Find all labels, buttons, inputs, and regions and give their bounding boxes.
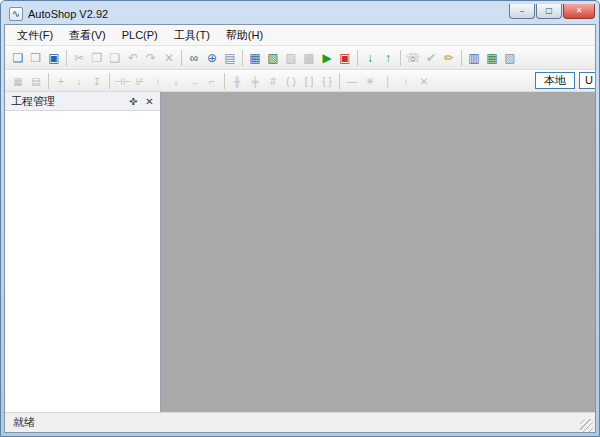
toolbar-separator (357, 50, 358, 66)
app-icon: ∿ (9, 7, 23, 21)
workspace (161, 92, 595, 412)
save-icon[interactable]: ▣ (45, 49, 63, 67)
main-toolbar: ❏❒▣✂❐❑↶↷✕∞⊕▤▦▧▨▩▶▣↓↑☏✔✏▥▦▧ (5, 46, 595, 70)
toolbar-separator (181, 50, 182, 66)
usb-mode-button[interactable]: U (579, 72, 595, 89)
open-contact-icon: ⊣⊢ (113, 72, 131, 90)
project-panel-title: 工程管理 (11, 94, 55, 109)
func-block-icon: { } (318, 72, 336, 90)
new-file-icon[interactable]: ❏ (9, 49, 27, 67)
corner-line-icon: ⌐ (203, 72, 221, 90)
stop-monitor-icon[interactable]: ▣ (336, 49, 354, 67)
status-bar: 就绪 (5, 412, 595, 432)
content-area: 工程管理 ✜ ✕ (5, 92, 595, 412)
toolbar-separator (48, 73, 49, 89)
insert-row-icon: + (52, 72, 70, 90)
toolbar-separator (339, 73, 340, 89)
title-bar[interactable]: ∿ AutoShop V2.92 – ▢ ✕ (1, 1, 599, 23)
minimize-button[interactable]: – (509, 4, 535, 19)
zoom-icon[interactable]: ⊕ (203, 49, 221, 67)
comm-settings-icon[interactable]: ☏ (404, 49, 422, 67)
menu-plc[interactable]: PLC(P) (114, 26, 166, 44)
find-icon[interactable]: ∞ (185, 49, 203, 67)
options-icon[interactable]: ▧ (501, 49, 519, 67)
horizontal-line-icon: → (185, 72, 203, 90)
window-title: AutoShop V2.92 (28, 8, 108, 20)
maximize-button[interactable]: ▢ (536, 4, 562, 19)
hline-tool-icon: — (343, 72, 361, 90)
client-area: 文件(F)查看(V)PLC(P)工具(T)帮助(H) ❏❒▣✂❐❑↶↷✕∞⊕▤▦… (4, 24, 596, 433)
project-panel: 工程管理 ✜ ✕ (5, 92, 161, 412)
run-icon[interactable]: ▶ (318, 49, 336, 67)
paste-icon: ❑ (106, 49, 124, 67)
ladder-tools: ▦▤+↓↧⊣⊢⊬↑↓→⌐╫╪#( )[ ]{ }—✳│↑✕ (9, 72, 433, 90)
il-view-icon: ▤ (27, 72, 45, 90)
parallel-closed-icon: ╪ (246, 72, 264, 90)
toolbar-separator (224, 73, 225, 89)
panel-close-icon[interactable]: ✕ (143, 95, 156, 108)
append-row-icon: ↓ (70, 72, 88, 90)
copy-icon: ❐ (88, 49, 106, 67)
ladder-view-icon: ▦ (9, 72, 27, 90)
vline-tool-icon: │ (379, 72, 397, 90)
pin-icon[interactable]: ✜ (127, 95, 140, 108)
toolbar-separator (400, 50, 401, 66)
status-text: 就绪 (13, 415, 35, 430)
delete-branch-icon: ✕ (415, 72, 433, 90)
toolbar-separator (242, 50, 243, 66)
up-branch-icon: ↑ (397, 72, 415, 90)
rising-edge-icon: ↑ (149, 72, 167, 90)
app-window: ∿ AutoShop V2.92 – ▢ ✕ 文件(F)查看(V)PLC(P)工… (0, 0, 600, 437)
watch-window-icon: ▩ (300, 49, 318, 67)
toolbar-separator (461, 50, 462, 66)
local-mode-button[interactable]: 本地 (535, 72, 575, 89)
open-folder-icon[interactable]: ❒ (27, 49, 45, 67)
falling-edge-icon: ↓ (167, 72, 185, 90)
convert-icon: ✳ (361, 72, 379, 90)
toolbar-separator (109, 73, 110, 89)
menu-file[interactable]: 文件(F) (9, 25, 61, 46)
redo-icon: ↷ (142, 49, 160, 67)
resize-grip[interactable] (580, 419, 593, 432)
device-monitor-icon[interactable]: ▥ (465, 49, 483, 67)
parallel-open-icon: ╫ (228, 72, 246, 90)
delete-icon: ✕ (160, 49, 178, 67)
undo-icon: ↶ (124, 49, 142, 67)
menu-tools[interactable]: 工具(T) (166, 25, 218, 46)
window-cascade-icon[interactable]: ▦ (246, 49, 264, 67)
close-button[interactable]: ✕ (563, 4, 595, 19)
window-controls: – ▢ ✕ (508, 4, 595, 19)
cut-icon: ✂ (70, 49, 88, 67)
apply-block-icon: [ ] (300, 72, 318, 90)
project-panel-header: 工程管理 ✜ ✕ (5, 92, 160, 111)
network-grid-icon: # (264, 72, 282, 90)
project-tree[interactable] (5, 111, 160, 412)
instruction-tree-icon[interactable]: ▧ (264, 49, 282, 67)
print-icon[interactable]: ▤ (221, 49, 239, 67)
upload-icon[interactable]: ↑ (379, 49, 397, 67)
toolbar-separator (66, 50, 67, 66)
menu-help[interactable]: 帮助(H) (218, 25, 271, 46)
io-table-icon[interactable]: ▦ (483, 49, 501, 67)
menu-view[interactable]: 查看(V) (61, 25, 114, 46)
menu-bar: 文件(F)查看(V)PLC(P)工具(T)帮助(H) (5, 25, 595, 46)
move-down-icon: ↧ (88, 72, 106, 90)
ladder-toolbar: ▦▤+↓↧⊣⊢⊬↑↓→⌐╫╪#( )[ ]{ }—✳│↑✕ 本地 U (5, 70, 595, 92)
output-window-icon: ▨ (282, 49, 300, 67)
edit-pencil-icon[interactable]: ✏ (440, 49, 458, 67)
download-icon[interactable]: ↓ (361, 49, 379, 67)
compile-check-icon: ✔ (422, 49, 440, 67)
closed-contact-icon: ⊬ (131, 72, 149, 90)
coil-icon: ( ) (282, 72, 300, 90)
